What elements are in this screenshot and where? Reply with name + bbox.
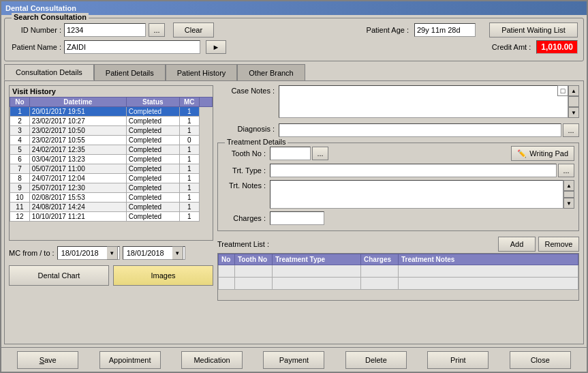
visit-table-row[interactable]: 705/07/2017 11:00Completed1 <box>10 164 213 174</box>
visit-table-container[interactable]: No Datetime Status MC 120/01/2017 19:51C… <box>10 97 213 240</box>
tl-col-type: Treatment Type <box>273 254 361 265</box>
mc-from-date-input[interactable] <box>59 246 107 260</box>
id-number-input[interactable] <box>64 23 146 37</box>
payment-button[interactable]: Payment <box>263 351 324 369</box>
medication-button[interactable]: Medication <box>181 351 243 369</box>
case-notes-scroll-up[interactable]: ▲ <box>568 85 579 96</box>
visit-table-row[interactable]: 925/07/2017 12:30Completed1 <box>10 183 213 193</box>
trt-notes-label: Trt. Notes : <box>222 180 270 190</box>
trt-notes-textarea[interactable] <box>270 180 563 209</box>
remove-button[interactable]: Remove <box>538 237 579 252</box>
tab-other-branch[interactable]: Other Branch <box>237 64 305 80</box>
tooth-browse-button[interactable]: ... <box>312 147 328 160</box>
visit-table-row[interactable]: 603/04/2017 13:23Completed1 <box>10 155 213 164</box>
dental-chart-button[interactable]: Dental Chart <box>9 265 109 286</box>
treatment-group-label: Treatment Details <box>225 138 288 146</box>
case-notes-row: Case Notes : ▲ ▼ □ <box>217 85 579 118</box>
case-notes-textarea[interactable] <box>279 85 568 118</box>
tooth-no-input[interactable] <box>270 147 311 160</box>
visit-table-row[interactable]: 1210/10/2017 11:21Completed1 <box>10 212 213 222</box>
treatment-list-table-container[interactable]: No Tooth No Treatment Type Charges Treat… <box>217 253 579 301</box>
visit-table-row[interactable]: 323/02/2017 10:50Completed1 <box>10 126 213 136</box>
bottom-bar: Save Appointment Medication Payment Dele… <box>1 347 587 372</box>
tl-empty-row-2 <box>219 278 578 290</box>
mc-from-dropdown[interactable]: ▼ <box>107 246 118 260</box>
visit-table-row[interactable]: 423/02/2017 10:55Completed0 <box>10 136 213 145</box>
trt-notes-row: Trt. Notes : ▲ ▼ <box>222 180 574 209</box>
treatment-list-section: Treatment List : Add Remove No Tooth No … <box>217 237 579 301</box>
charges-input[interactable] <box>270 211 324 225</box>
diagnosis-wrapper: ... <box>279 123 579 137</box>
visit-table-row[interactable]: 1002/08/2017 15:53Completed1 <box>10 193 213 203</box>
trt-notes-scroll-down[interactable]: ▼ <box>563 198 574 209</box>
charges-row: Charges : <box>222 211 574 225</box>
patient-name-input[interactable] <box>64 40 200 54</box>
appointment-button[interactable]: Appointment <box>99 351 161 369</box>
charges-label: Charges : <box>222 214 270 222</box>
close-button[interactable]: Close <box>510 351 571 369</box>
tab-content: Visit History No Datetime Status MC <box>4 80 584 344</box>
trt-notes-scroll-up[interactable]: ▲ <box>563 180 574 191</box>
images-button[interactable]: Images <box>113 265 213 286</box>
save-button[interactable]: Save <box>17 351 78 369</box>
tabs-container: Consultation Details Patient Details Pat… <box>4 64 584 80</box>
visit-table-row[interactable]: 1124/08/2017 14:24Completed1 <box>10 203 213 212</box>
right-panel: Case Notes : ▲ ▼ □ Diagnosis : <box>217 85 579 340</box>
delete-button[interactable]: Delete <box>345 351 407 369</box>
diagnosis-row: Diagnosis : ... <box>217 123 579 137</box>
trt-type-input[interactable] <box>270 164 557 177</box>
tl-empty-row-1 <box>219 265 578 278</box>
mc-to-date-input[interactable] <box>125 246 172 260</box>
visit-table-row[interactable]: 524/02/2017 12:35Completed1 <box>10 145 213 155</box>
trt-notes-wrapper: ▲ ▼ <box>270 180 574 209</box>
id-number-label: ID Number : <box>10 26 61 34</box>
tab-patient-details[interactable]: Patient Details <box>94 64 166 80</box>
treatment-list-header: Treatment List : Add Remove <box>217 237 579 252</box>
credit-amt-label: Credit Amt : <box>492 43 531 51</box>
print-button[interactable]: Print <box>427 351 489 369</box>
tl-col-no: No <box>219 254 235 265</box>
patient-age-input[interactable] <box>414 23 476 37</box>
tab-patient-history[interactable]: Patient History <box>166 64 238 80</box>
col-scroll <box>199 98 212 107</box>
go-button[interactable]: ► <box>206 40 226 54</box>
main-window: Dental Consultation Search Consultation … <box>0 0 588 373</box>
patient-name-label: Patient Name : <box>10 43 61 51</box>
treatment-list-label: Treatment List : <box>217 240 269 248</box>
trt-type-browse-button[interactable]: ... <box>558 164 574 177</box>
diagnosis-label: Diagnosis : <box>217 123 279 133</box>
id-browse-button[interactable]: ... <box>149 23 165 37</box>
visit-table: No Datetime Status MC 120/01/2017 19:51C… <box>10 97 213 222</box>
chart-images-row: Dental Chart Images <box>9 265 213 286</box>
mc-from-to-row: MC from / to : ▼ ▼ <box>9 246 213 260</box>
credit-amt-value: 1,010.00 <box>536 40 578 54</box>
diagnosis-browse-button[interactable]: ... <box>563 123 579 137</box>
visit-table-row[interactable]: 120/01/2017 19:51Completed1 <box>10 107 213 117</box>
tl-col-notes: Treatment Notes <box>399 254 578 265</box>
mc-to-dropdown[interactable]: ▼ <box>172 246 183 260</box>
tooth-no-label: Tooth No : <box>222 149 270 158</box>
patient-age-label: Patient Age : <box>367 26 409 34</box>
mc-to-date-wrapper: ▼ <box>123 246 185 260</box>
col-no: No <box>10 98 30 107</box>
trt-notes-scrollbar: ▲ ▼ <box>563 180 574 209</box>
clear-button[interactable]: Clear <box>173 23 214 38</box>
case-notes-scroll-down[interactable]: ▼ <box>568 107 579 118</box>
add-button[interactable]: Add <box>498 237 536 252</box>
main-content: Search Consultation ID Number : ... Clea… <box>1 15 587 347</box>
search-group-label: Search Consultation <box>12 13 89 21</box>
mc-from-to-label: MC from / to : <box>9 249 55 257</box>
visit-table-row[interactable]: 223/02/2017 10:27Completed1 <box>10 117 213 126</box>
case-notes-maximize[interactable]: □ <box>557 85 568 96</box>
visit-history-section: Visit History No Datetime Status MC <box>9 85 213 241</box>
tl-col-charges: Charges <box>361 254 399 265</box>
col-status: Status <box>126 98 179 107</box>
diagnosis-input[interactable] <box>279 123 561 137</box>
writing-pad-button[interactable]: ✏️ Writing Pad <box>511 146 574 161</box>
visit-table-row[interactable]: 824/07/2017 12:04Completed1 <box>10 174 213 183</box>
tab-consultation[interactable]: Consultation Details <box>4 64 94 80</box>
tooth-no-row: Tooth No : ... ✏️ Writing Pad <box>222 146 574 161</box>
search-row-patient: Patient Name : ► Credit Amt : 1,010.00 <box>10 40 578 54</box>
waiting-list-button[interactable]: Patient Waiting List <box>489 23 578 38</box>
col-datetime: Datetime <box>29 98 126 107</box>
